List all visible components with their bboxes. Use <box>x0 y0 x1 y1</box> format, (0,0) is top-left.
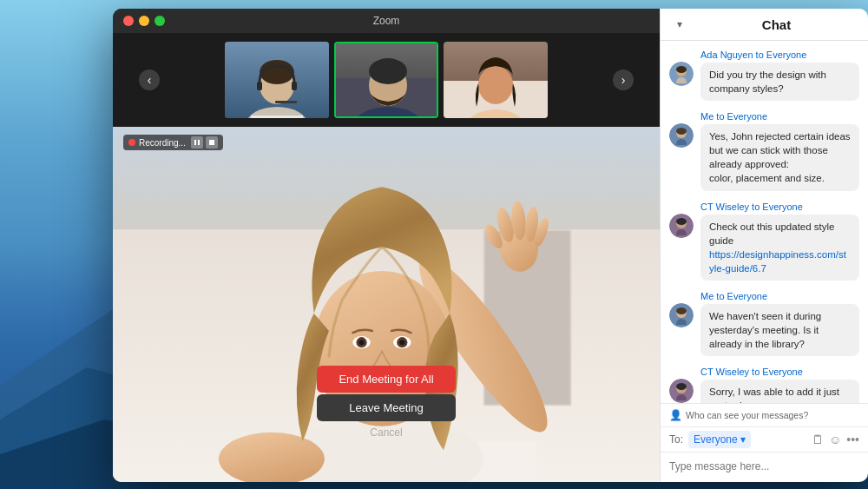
message-group-5: CT Wiseley to Everyone Sorry, I was able… <box>669 367 859 403</box>
recording-badge: Recording... <box>123 135 223 150</box>
recording-dot <box>128 139 135 146</box>
chevron-down-icon: ▾ <box>677 18 682 30</box>
maximize-button[interactable] <box>155 16 165 26</box>
avatar-me-1 <box>669 123 694 148</box>
svg-rect-9 <box>292 82 297 90</box>
end-meeting-button[interactable]: End Meeting for All <box>317 366 456 393</box>
message-bubble-3: Check out this updated style guide https… <box>700 215 859 281</box>
thumbnail-1[interactable] <box>225 42 329 118</box>
recording-text: Recording... <box>139 138 186 148</box>
close-button[interactable] <box>123 16 134 26</box>
svg-point-62 <box>676 307 687 314</box>
message-bubble-5: Sorry, I was able to add it just yesterd… <box>700 380 859 403</box>
person-icon: 👤 <box>669 409 682 421</box>
svg-rect-10 <box>275 101 297 103</box>
recording-controls <box>191 136 218 149</box>
message-group-2: Me to Everyone Yes, John rejected certai… <box>669 111 859 190</box>
chevron-down-icon: ▾ <box>740 433 746 446</box>
message-text-1: Did you try the design with company styl… <box>709 69 826 94</box>
thumbnail-container <box>167 42 606 118</box>
who-can-see-text: Who can see your messages? <box>686 410 808 420</box>
recording-stop-button[interactable] <box>206 136 218 149</box>
chat-panel: ▾ Chat Ada Nguyen to Everyone <box>660 9 868 482</box>
svg-rect-8 <box>257 82 262 90</box>
recording-pause-button[interactable] <box>191 136 203 149</box>
svg-point-47 <box>359 340 365 345</box>
svg-point-7 <box>260 60 294 84</box>
message-content-4: Me to Everyone We haven't seen it during… <box>700 291 859 356</box>
svg-point-23 <box>478 66 513 104</box>
end-meeting-overlay: End Meeting for All Leave Meeting Cancel <box>317 366 456 439</box>
message-bubble-4: We haven't seen it during yesterday's me… <box>700 304 859 356</box>
message-input-area <box>661 452 868 482</box>
svg-point-56 <box>676 128 687 135</box>
avatar-ct-2 <box>669 379 694 403</box>
zoom-window: Zoom ‹ <box>113 9 868 482</box>
message-sender-4: Me to Everyone <box>700 291 859 301</box>
video-area: Zoom ‹ <box>113 9 660 482</box>
attachment-button[interactable]: 🗒 <box>812 433 824 446</box>
svg-point-65 <box>676 383 687 390</box>
message-input[interactable] <box>669 460 859 472</box>
thumbnail-strip: ‹ <box>113 33 660 127</box>
message-bubble-1: Did you try the design with company styl… <box>700 63 859 101</box>
avatar-ada <box>669 62 694 86</box>
message-text-5: Sorry, I was able to add it just yesterd… <box>709 387 839 403</box>
message-content-2: Me to Everyone Yes, John rejected certai… <box>700 111 859 190</box>
cancel-button[interactable]: Cancel <box>370 426 402 439</box>
message-sender-3: CT Wiseley to Everyone <box>700 202 859 212</box>
to-actions: 🗒 ☺ ••• <box>812 433 859 446</box>
message-sender-5: CT Wiseley to Everyone <box>700 367 859 377</box>
svg-rect-18 <box>366 117 410 118</box>
message-sender-2: Me to Everyone <box>700 111 859 122</box>
to-label: To: <box>669 433 683 446</box>
thumbnail-3[interactable] <box>444 42 548 118</box>
chat-collapse-button[interactable]: ▾ <box>671 16 688 33</box>
message-group-3: CT Wiseley to Everyone Check out this up… <box>669 202 859 281</box>
avatar-ct-1 <box>669 214 694 238</box>
message-text-4: We haven't seen it during yesterday's me… <box>709 311 821 349</box>
message-bubble-2: Yes, John rejected certain ideas but we … <box>700 124 859 190</box>
svg-rect-11 <box>251 116 303 118</box>
leave-meeting-button[interactable]: Leave Meeting <box>317 394 456 421</box>
message-sender-1: Ada Nguyen to Everyone <box>700 50 859 60</box>
chat-messages: Ada Nguyen to Everyone Did you try the d… <box>661 41 868 403</box>
chat-header: ▾ Chat <box>661 9 868 41</box>
message-group-4: Me to Everyone We haven't seen it during… <box>669 291 859 356</box>
more-button[interactable]: ••• <box>846 433 859 446</box>
message-content-3: CT Wiseley to Everyone Check out this up… <box>700 202 859 281</box>
message-content-5: CT Wiseley to Everyone Sorry, I was able… <box>700 367 859 403</box>
svg-point-17 <box>369 58 407 84</box>
window-controls <box>123 16 165 26</box>
to-dropdown[interactable]: Everyone ▾ <box>688 431 751 448</box>
svg-point-53 <box>676 66 687 73</box>
message-group-1: Ada Nguyen to Everyone Did you try the d… <box>669 50 859 101</box>
svg-rect-27 <box>209 140 214 145</box>
to-field: To: Everyone ▾ 🗒 ☺ ••• <box>661 426 868 452</box>
emoji-button[interactable]: ☺ <box>829 433 841 446</box>
title-bar: Zoom <box>113 9 660 33</box>
to-value: Everyone <box>694 433 738 446</box>
window-title: Zoom <box>373 15 400 27</box>
svg-rect-25 <box>194 140 196 145</box>
svg-rect-26 <box>198 140 200 145</box>
message-content-1: Ada Nguyen to Everyone Did you try the d… <box>700 50 859 101</box>
next-thumbnail-button[interactable]: › <box>613 69 634 90</box>
chat-title: Chat <box>695 17 858 32</box>
svg-marker-19 <box>384 117 392 118</box>
avatar-me-2 <box>669 303 694 327</box>
who-can-see-bar: 👤 Who can see your messages? <box>661 403 868 426</box>
prev-thumbnail-button[interactable]: ‹ <box>139 69 160 90</box>
svg-point-50 <box>399 340 404 345</box>
style-guide-link[interactable]: https://designhappiness.com/style-guide/… <box>709 249 846 274</box>
svg-point-59 <box>676 218 687 225</box>
minimize-button[interactable] <box>139 16 149 26</box>
thumbnail-2[interactable] <box>334 42 438 118</box>
